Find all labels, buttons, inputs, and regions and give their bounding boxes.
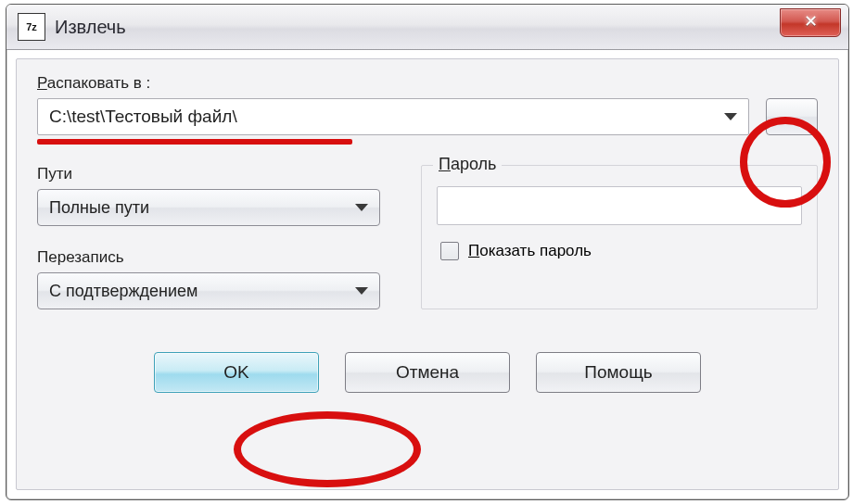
annotation-circle-ok: [234, 411, 421, 487]
paths-select-value: Полные пути: [49, 198, 149, 218]
extract-to-label: Распаковать в :: [37, 74, 818, 93]
paths-select[interactable]: Полные пути: [37, 189, 380, 226]
cancel-button-label: Отмена: [396, 362, 459, 383]
window-title: Извлечь: [55, 17, 126, 38]
password-group: Пароль Показать пароль: [421, 165, 818, 309]
help-button[interactable]: Помощь: [536, 352, 701, 393]
chevron-down-icon: [724, 113, 737, 120]
help-button-label: Помощь: [584, 362, 652, 383]
paths-label: Пути: [37, 165, 380, 183]
annotation-underline: [37, 139, 352, 145]
chevron-down-icon: [355, 204, 368, 211]
browse-button-label: ...: [782, 107, 801, 127]
password-legend: Пароль: [433, 155, 502, 174]
app-icon: 7z: [18, 13, 45, 41]
extract-dialog-window: 7z Извлечь ✕ Распаковать в : C:\test\Тес…: [6, 4, 849, 500]
extract-path-combo[interactable]: C:\test\Тестовый файл\: [37, 98, 749, 135]
overwrite-select-value: С подтверждением: [49, 282, 197, 301]
browse-button[interactable]: ...: [766, 98, 818, 135]
client-area: Распаковать в : C:\test\Тестовый файл\ .…: [16, 58, 839, 490]
overwrite-select[interactable]: С подтверждением: [37, 272, 380, 309]
close-button[interactable]: ✕: [780, 8, 841, 37]
close-icon: ✕: [781, 9, 840, 33]
password-input[interactable]: [437, 186, 802, 225]
show-password-checkbox[interactable]: [440, 242, 459, 260]
extract-path-value: C:\test\Тестовый файл\: [49, 107, 724, 127]
overwrite-label: Перезапись: [37, 248, 380, 267]
title-bar[interactable]: 7z Извлечь ✕: [6, 5, 848, 50]
show-password-label: Показать пароль: [468, 242, 592, 260]
chevron-down-icon: [355, 287, 368, 295]
cancel-button[interactable]: Отмена: [345, 352, 510, 393]
ok-button[interactable]: OK: [154, 352, 319, 393]
ok-button-label: OK: [223, 362, 248, 383]
